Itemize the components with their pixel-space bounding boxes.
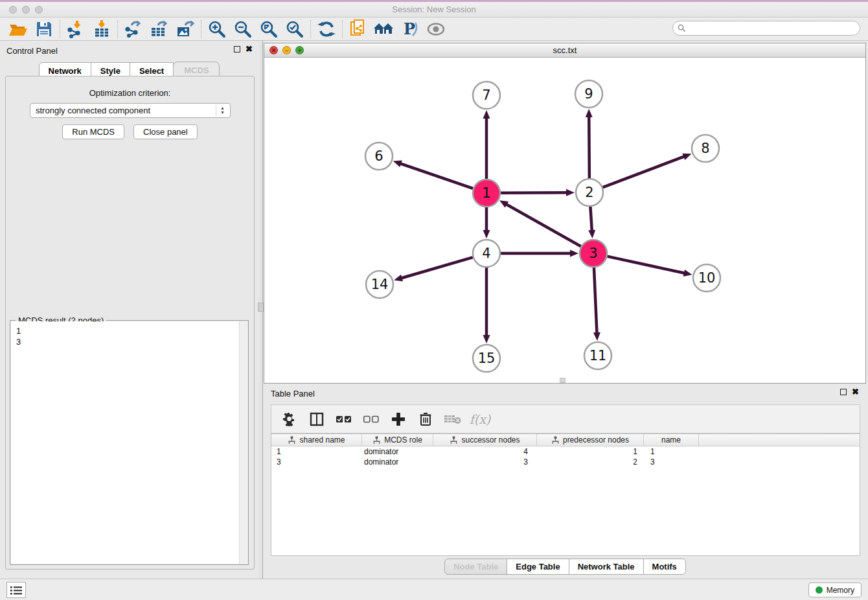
search-input[interactable]: [689, 23, 860, 34]
eye-button[interactable]: [423, 19, 449, 40]
search-field[interactable]: [672, 21, 860, 36]
table-row[interactable]: 3 dominator 3 2 3: [271, 457, 860, 467]
column-header-mcds-role[interactable]: MCDS role: [362, 434, 433, 446]
zoom-out-icon: [234, 20, 252, 38]
graph-edge-4-14[interactable]: [401, 257, 473, 278]
tab-motifs[interactable]: Motifs: [643, 559, 686, 575]
cell-shared-name[interactable]: 3: [271, 457, 362, 467]
eye-icon: [426, 22, 446, 36]
close-table-panel-icon[interactable]: ✖: [852, 389, 859, 395]
add-column-button[interactable]: [387, 408, 410, 431]
cell-predecessor-nodes[interactable]: 2: [537, 457, 644, 467]
float-table-panel-icon[interactable]: [840, 389, 847, 395]
table-tabs: Node Table Edge Table Network Table Moti…: [263, 559, 868, 575]
result-scrollbar[interactable]: [239, 321, 247, 564]
tab-node-table[interactable]: Node Table: [444, 559, 507, 575]
cell-name[interactable]: 3: [644, 457, 699, 467]
save-session-button[interactable]: [31, 19, 57, 40]
graph-edge-1-6[interactable]: [400, 163, 473, 189]
cell-mcds-role[interactable]: dominator: [362, 447, 433, 456]
open-folder-icon: [8, 21, 28, 38]
zoom-out-button[interactable]: [230, 19, 256, 40]
column-header-successor-nodes[interactable]: successor nodes: [433, 434, 537, 446]
zoom-selected-button[interactable]: [282, 19, 308, 40]
graph-node-label: 10: [698, 270, 716, 286]
mcds-result-list[interactable]: 1 3: [11, 321, 247, 564]
node-table: shared name MCDS role successor nodes pr…: [271, 433, 860, 556]
graph-edge-3-10[interactable]: [607, 257, 685, 273]
mcds-result-group: MCDS result (2 nodes) 1 3: [10, 320, 249, 565]
column-header-shared-name[interactable]: shared name: [271, 434, 362, 446]
table-settings-button[interactable]: [278, 408, 301, 431]
function-builder-button[interactable]: f(x): [468, 408, 492, 431]
zoom-in-button[interactable]: [204, 19, 230, 40]
import-table-icon: [93, 20, 111, 38]
column-header-name[interactable]: name: [644, 434, 699, 446]
refresh-button[interactable]: [314, 19, 339, 40]
close-panel-icon[interactable]: ✖: [246, 46, 253, 52]
zoom-fit-button[interactable]: [256, 19, 282, 40]
float-panel-icon[interactable]: [234, 46, 240, 52]
graph-node-label: 15: [478, 351, 496, 366]
title-bar: Session: New Session: [0, 0, 868, 17]
graph-node-label: 1: [482, 185, 490, 201]
export-network-button[interactable]: [120, 19, 146, 40]
optimization-criterion-select[interactable]: strongly connected component ▲▼: [30, 103, 231, 118]
memory-button[interactable]: Memory: [808, 583, 862, 597]
home-icon: [373, 21, 395, 38]
cell-successor-nodes[interactable]: 3: [433, 457, 537, 467]
list-icon: [10, 586, 22, 595]
toolbar-separator: [60, 20, 60, 38]
column-layout-button[interactable]: [305, 408, 328, 431]
cell-mcds-role[interactable]: dominator: [362, 457, 433, 467]
cell-name[interactable]: 1: [644, 447, 699, 456]
graph-edge-3-1[interactable]: [506, 204, 581, 247]
trash-icon: [419, 411, 432, 426]
delete-column-button[interactable]: [414, 408, 437, 431]
graph-edge-2-9[interactable]: [589, 116, 589, 178]
network-window-title: scc.txt: [264, 45, 865, 55]
graph-node-label: 2: [585, 185, 593, 200]
open-session-button[interactable]: [5, 19, 31, 40]
select-all-columns-button[interactable]: [332, 408, 356, 431]
cell-shared-name[interactable]: 1: [271, 447, 362, 456]
delete-table-button[interactable]: [441, 408, 464, 431]
fx-icon: f(x): [470, 412, 491, 426]
deselect-all-columns-button[interactable]: [360, 408, 383, 431]
cell-successor-nodes[interactable]: 4: [433, 447, 537, 456]
task-history-button[interactable]: [6, 582, 26, 598]
checked-checkboxes-icon: [336, 415, 352, 423]
control-panel-header: Control Panel ✖: [0, 41, 259, 60]
table-row[interactable]: 1 dominator 4 1 1: [271, 446, 860, 457]
graph-edge-3-11[interactable]: [594, 268, 597, 334]
column-header-predecessor-nodes[interactable]: predecessor nodes: [537, 434, 644, 446]
export-image-button[interactable]: [172, 19, 198, 40]
zoom-in-icon: [208, 20, 226, 38]
graph-edge-arrowhead: [593, 332, 600, 341]
toolbar-separator: [342, 20, 343, 38]
graph-edge-2-3[interactable]: [590, 207, 591, 231]
p-swoosh-button[interactable]: P: [397, 19, 423, 40]
tab-edge-table[interactable]: Edge Table: [507, 559, 569, 575]
zoom-selected-icon: [286, 20, 304, 38]
home-button[interactable]: [371, 19, 397, 40]
network-canvas[interactable]: 7968124314101511: [264, 58, 865, 383]
canvas-scroll-nub[interactable]: [560, 378, 565, 383]
graph-edge-arrowhead: [586, 109, 593, 117]
status-bar: Memory: [0, 579, 868, 600]
cell-predecessor-nodes[interactable]: 1: [537, 447, 644, 456]
select-stepper-icon: ▲▼: [216, 105, 225, 116]
graph-edge-2-8[interactable]: [603, 156, 685, 187]
graph-edge-1-2[interactable]: [501, 192, 567, 193]
divider-grip[interactable]: [258, 303, 264, 312]
import-network-button[interactable]: [63, 19, 89, 40]
tab-network-table[interactable]: Network Table: [569, 559, 644, 575]
unchecked-checkboxes-icon: [363, 415, 379, 423]
column-layout-icon: [310, 412, 324, 426]
export-table-button[interactable]: [146, 19, 172, 40]
close-panel-button[interactable]: Close panel: [133, 124, 198, 139]
toolbar-separator: [310, 20, 311, 38]
run-mcds-button[interactable]: Run MCDS: [62, 124, 124, 139]
clone-network-button[interactable]: [345, 19, 371, 40]
import-table-button[interactable]: [89, 19, 115, 40]
